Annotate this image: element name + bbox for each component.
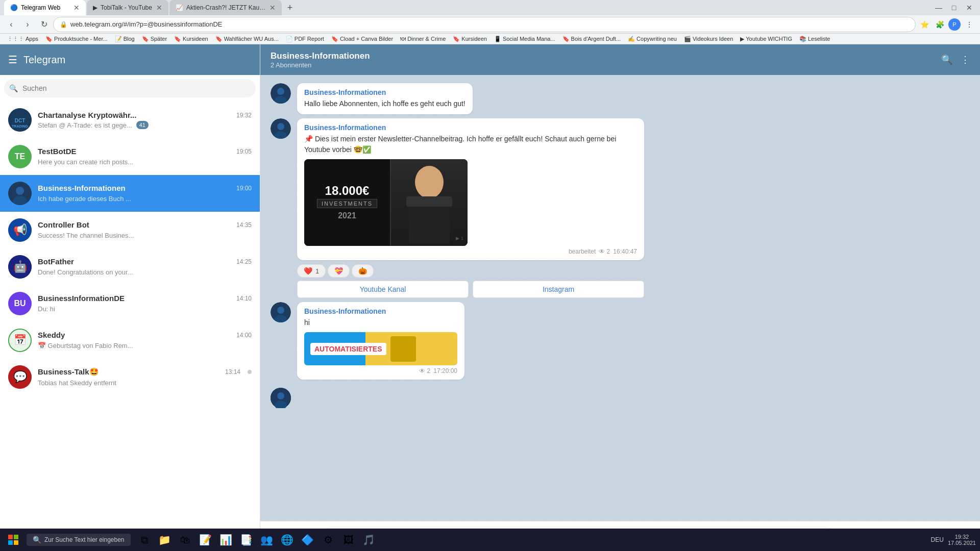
- youtube-kanal-button[interactable]: Youtube Kanal: [297, 281, 469, 298]
- msg-avatar-2: [271, 118, 291, 139]
- address-bar[interactable]: 🔒 web.telegram.org/#/im?p=@businessinfor…: [53, 17, 916, 32]
- chat-item-botfather[interactable]: 🤖 BotFather 14:25 Done! Congratulations …: [0, 248, 260, 285]
- chat-preview-testbotde: Here you can create rich posts...: [38, 158, 133, 166]
- chat-preview-skeddy: 📅 Geburtstag von Fabio Rem...: [38, 342, 133, 349]
- bookmark-apps[interactable]: ⋮⋮⋮Apps: [4, 35, 41, 43]
- avatar-business-informationen: [8, 182, 32, 205]
- bookmark-produktsuche[interactable]: 🔖Produktsuche - Mer...: [42, 35, 111, 43]
- hamburger-button[interactable]: ☰: [8, 54, 17, 66]
- bookmark-copywriting[interactable]: ✍Copywriting neu: [625, 35, 680, 43]
- svg-point-15: [277, 88, 284, 95]
- bookmark-bois[interactable]: 🔖Bois d'Argent Duft...: [559, 35, 624, 43]
- tab-telegram-favicon: 🔵: [10, 4, 18, 11]
- maximize-button[interactable]: □: [947, 1, 961, 14]
- tab-youtube-close[interactable]: ✕: [156, 4, 162, 12]
- taskbar-app-music[interactable]: 🎵: [359, 530, 379, 549]
- bookmarks-bar: ⋮⋮⋮Apps 🔖Produktsuche - Mer... 📝Blog 🔖Sp…: [0, 34, 980, 44]
- bookmark-cload[interactable]: 🔖Cload + Canva Bilder: [328, 35, 396, 43]
- msg-text-3: hi: [304, 317, 457, 328]
- chat-item-business-talk[interactable]: 💬 Business-Talk🤩 13:14 Tobias hat Skeddy…: [0, 359, 260, 395]
- msg-status-2: bearbeitet: [569, 248, 596, 255]
- tab-telegram-title: Telegram Web: [21, 4, 70, 11]
- taskbar-app-edge[interactable]: 🔷: [298, 530, 317, 549]
- tab-youtube[interactable]: ▶ TobiTalk - YouTube ✕: [87, 0, 168, 15]
- bookmark-wahlf[interactable]: 🔖Wahlfächer WU Aus...: [212, 35, 282, 43]
- svg-text:📅: 📅: [14, 334, 27, 346]
- bookmark-kursideen[interactable]: 🔖Kursideen: [171, 35, 211, 43]
- taskbar-app-settings[interactable]: ⚙: [318, 530, 338, 549]
- tab-telegram[interactable]: 🔵 Telegram Web ✕: [4, 0, 86, 15]
- taskbar-search-icon: 🔍: [33, 536, 41, 544]
- taskbar-app-powerpoint[interactable]: 📑: [237, 530, 256, 549]
- svg-text:📢: 📢: [13, 223, 28, 237]
- close-button[interactable]: ✕: [963, 1, 976, 14]
- minimize-button[interactable]: —: [932, 1, 945, 14]
- bookmark-social[interactable]: 📱Social Media Mana...: [491, 35, 558, 43]
- bookmark-videokurs[interactable]: 🎬Videokurs Ideen: [681, 35, 736, 43]
- taskbar-time-value: 19:32: [955, 534, 969, 540]
- reaction-sparkling-heart[interactable]: 💝: [328, 264, 350, 278]
- chat-info-chartanalyse: Chartanalyse Kryptowähr... 19:32 Stefan …: [38, 111, 252, 129]
- chat-item-controller-bot[interactable]: 📢 Controller Bot 14:35 Success! The chan…: [0, 212, 260, 248]
- tab-telegram-close[interactable]: ✕: [74, 4, 80, 12]
- tab-aktien-close[interactable]: ✕: [270, 4, 276, 12]
- bookmark-spaeter[interactable]: 🔖Später: [139, 35, 170, 43]
- message-group-2: Business-Informationen 📌 Dies ist mein e…: [271, 118, 970, 298]
- new-tab-button[interactable]: +: [283, 1, 297, 15]
- profile-icon[interactable]: P: [948, 18, 961, 31]
- chat-time-chartanalyse: 19:32: [236, 112, 252, 119]
- reload-button[interactable]: ↻: [37, 17, 51, 32]
- extension-icon[interactable]: 🧩: [933, 18, 946, 31]
- svg-point-20: [415, 166, 444, 198]
- reaction-heart[interactable]: ❤️ 1: [297, 264, 326, 278]
- chat-item-businessinformationde[interactable]: BU BusinessInformationDE 14:10 Du: hi: [0, 285, 260, 322]
- taskbar-search[interactable]: 🔍 Zur Suche Text hier eingeben: [27, 534, 131, 546]
- chat-time-testbotde: 19:05: [236, 148, 252, 155]
- msg-avatar-3: [271, 302, 291, 322]
- back-button[interactable]: ‹: [4, 17, 18, 32]
- taskbar-language: DEU: [931, 536, 944, 543]
- taskbar-right: DEU 19:32 17.05.2021: [931, 534, 976, 546]
- forward-button[interactable]: ›: [20, 17, 35, 32]
- link-buttons-2: Youtube Kanal Instagram: [297, 281, 644, 298]
- tab-aktien[interactable]: 📈 Aktien-Crash?! JETZT Kaufen... ✕: [169, 0, 282, 15]
- tab-aktien-title: Aktien-Crash?! JETZT Kaufen...: [186, 4, 266, 11]
- taskbar-app-chrome[interactable]: 🌐: [278, 530, 297, 549]
- chat-item-business-informationen[interactable]: Business-Informationen 19:00 Ich habe ge…: [0, 175, 260, 212]
- start-button[interactable]: [4, 531, 22, 549]
- bookmark-leseliste[interactable]: 📚Leseliste: [796, 35, 833, 43]
- chat-item-testbotde[interactable]: TE TestBotDE 19:05 Here you can create r…: [0, 138, 260, 175]
- avatar-businessinformationde: BU: [8, 292, 32, 315]
- taskbar-app-store[interactable]: 🛍: [176, 530, 195, 549]
- search-input[interactable]: [4, 79, 256, 97]
- taskbar-app-explorer[interactable]: 📁: [155, 530, 175, 549]
- msg-sender-2: Business-Informationen: [304, 123, 637, 132]
- bookmark-blog[interactable]: 📝Blog: [112, 35, 138, 43]
- chat-time-botfather: 14:25: [236, 258, 252, 265]
- bookmark-dinner[interactable]: 🍽Dinner & Crime: [397, 35, 449, 43]
- bookmark-youtube[interactable]: ▶Youtube WICHTIG: [737, 35, 795, 43]
- chat-name-skeddy: Skeddy: [38, 331, 65, 339]
- msg-text-1: Hallo liebe Abonnenten, ich hoffe es geh…: [304, 98, 465, 109]
- more-options-icon[interactable]: ⋮: [961, 54, 970, 65]
- chat-item-skeddy[interactable]: 📅 Skeddy 14:00 📅 Geburtstag von Fabio Re…: [0, 322, 260, 359]
- menu-icon[interactable]: ⋮: [963, 18, 976, 31]
- reaction-pumpkin[interactable]: 🎃: [352, 264, 374, 278]
- svg-text:🤖: 🤖: [13, 260, 28, 273]
- chat-item-chartanalyse[interactable]: DCT TRADING Chartanalyse Kryptowähr... 1…: [0, 102, 260, 138]
- search-chat-icon[interactable]: 🔍: [941, 54, 952, 65]
- taskbar-app-photos[interactable]: 🖼: [339, 530, 358, 549]
- instagram-button[interactable]: Instagram: [473, 281, 644, 298]
- bookmark-kursideen2[interactable]: 🔖Kursideen: [450, 35, 490, 43]
- bookmark-pdf[interactable]: 📄PDF Report: [283, 35, 327, 43]
- bookmark-star-icon[interactable]: ⭐: [918, 18, 931, 31]
- taskbar-app-task-view[interactable]: ⧉: [135, 530, 154, 549]
- messages-area: Business-Informationen Hallo liebe Abonn…: [260, 75, 980, 521]
- taskbar-app-teams[interactable]: 👥: [257, 530, 277, 549]
- heart-emoji: ❤️: [304, 267, 312, 275]
- taskbar-app-word[interactable]: 📝: [196, 530, 215, 549]
- chat-info-business-talk: Business-Talk🤩 13:14 Tobias hat Skeddy e…: [38, 367, 252, 387]
- svg-text:TRADING: TRADING: [12, 124, 28, 128]
- chat-name-controller-bot: Controller Bot: [38, 220, 89, 229]
- taskbar-app-excel[interactable]: 📊: [216, 530, 236, 549]
